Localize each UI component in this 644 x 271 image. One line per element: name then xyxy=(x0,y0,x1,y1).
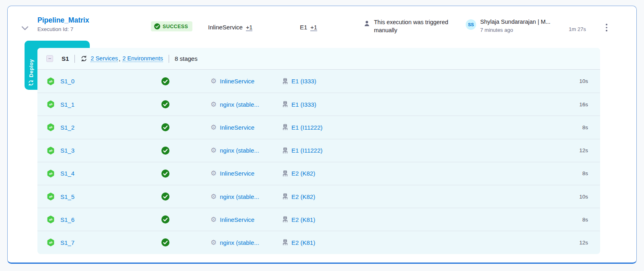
kebab-icon xyxy=(606,24,607,25)
environments-more-link[interactable]: +1 xyxy=(310,24,317,31)
stage-duration: 8s xyxy=(560,170,588,176)
matrix-stage-icon: ∞ xyxy=(46,123,55,132)
success-check-icon xyxy=(161,215,211,223)
matrix-stage-icon: ∞ xyxy=(46,215,55,224)
service-link[interactable]: nginx (stable... xyxy=(220,193,259,200)
stage-duration: 10s xyxy=(560,78,588,84)
stage-name-link[interactable]: S1_4 xyxy=(60,170,74,177)
service-link[interactable]: nginx (stable... xyxy=(220,147,259,154)
services-count-link[interactable]: 2 Services xyxy=(91,55,118,62)
service-gear-icon: ⚙ xyxy=(211,147,217,154)
environment-link[interactable]: E2 (K82) xyxy=(291,170,315,177)
environment-link[interactable]: E1 (I11222) xyxy=(291,124,322,131)
stage-name-cell: ∞ S1_3 xyxy=(46,146,161,155)
stage-status-cell xyxy=(161,147,211,155)
more-options-button[interactable] xyxy=(604,22,609,33)
environment-link[interactable]: E2 (K82) xyxy=(291,193,315,200)
stage-row[interactable]: ∞ S1_2 ⚙ InlineService xyxy=(37,116,600,139)
environment-cell: E1 (I333) xyxy=(282,78,560,85)
stage-name-link[interactable]: S1_7 xyxy=(60,239,74,246)
separator-comma: , xyxy=(119,55,120,62)
stage-name-link[interactable]: S1_6 xyxy=(60,216,74,223)
environment-link[interactable]: E1 (I333) xyxy=(291,101,316,108)
loop-strategy-icon xyxy=(28,80,34,86)
stage-row[interactable]: ∞ S1_5 ⚙ nginx (stable... xyxy=(37,185,600,208)
environment-cell: E2 (K81) xyxy=(282,239,560,246)
pipeline-title[interactable]: Pipeline_Matrix xyxy=(37,16,89,25)
trigger-text: This execution was triggered manually xyxy=(374,18,469,34)
service-cell: ⚙ InlineService xyxy=(211,78,282,85)
environment-cell: E2 (K81) xyxy=(282,216,560,223)
divider xyxy=(74,55,75,63)
execution-id: Execution Id: 7 xyxy=(37,26,89,32)
stage-status-cell xyxy=(161,77,211,85)
infrastructure-icon xyxy=(282,170,288,177)
service-link[interactable]: nginx (stable... xyxy=(220,101,259,108)
stage-name-link[interactable]: S1_2 xyxy=(60,124,74,131)
stage-status-cell xyxy=(161,215,211,223)
stage-name-link[interactable]: S1_5 xyxy=(60,193,74,200)
service-link[interactable]: InlineService xyxy=(220,78,254,85)
success-check-icon xyxy=(161,192,211,201)
stage-status-cell xyxy=(161,170,211,178)
collapse-matrix-button[interactable]: − xyxy=(46,55,53,62)
environment-link[interactable]: E1 (I333) xyxy=(291,78,316,85)
expand-collapse-chevron[interactable] xyxy=(21,25,30,32)
deploy-stage-tab-label: Deploy xyxy=(28,46,34,77)
stage-name-cell: ∞ S1_6 xyxy=(46,215,161,224)
matrix-stage-icon: ∞ xyxy=(46,77,55,86)
trigger-info: This execution was triggered manually xyxy=(363,18,469,34)
user-name: Shylaja Sundararajan | M... xyxy=(480,19,551,25)
environments-primary: E1 xyxy=(300,24,307,31)
stage-status-cell xyxy=(161,238,211,246)
stage-row[interactable]: ∞ S1_0 ⚙ InlineService xyxy=(37,70,600,93)
stage-row[interactable]: ∞ S1_1 ⚙ nginx (stable... xyxy=(37,93,600,116)
stage-duration: 16s xyxy=(560,101,588,108)
service-cell: ⚙ nginx (stable... xyxy=(211,193,282,200)
success-check-icon xyxy=(161,123,211,131)
stage-name-link[interactable]: S1_1 xyxy=(60,101,74,108)
deploy-stage-tab[interactable]: Deploy xyxy=(25,41,37,90)
environment-link[interactable]: E1 (I11222) xyxy=(291,147,322,154)
matrix-stage-icon: ∞ xyxy=(46,192,55,201)
title-block: Pipeline_Matrix Execution Id: 7 xyxy=(37,16,89,32)
service-cell: ⚙ nginx (stable... xyxy=(211,101,282,108)
environment-cell: E1 (I11222) xyxy=(282,147,560,154)
service-gear-icon: ⚙ xyxy=(211,170,217,177)
group-name: S1 xyxy=(62,55,69,62)
service-link[interactable]: InlineService xyxy=(220,170,254,177)
stage-status-cell xyxy=(161,192,211,201)
success-check-icon xyxy=(161,238,211,246)
stage-name-link[interactable]: S1_0 xyxy=(60,78,74,85)
environments-count-link[interactable]: 2 Environments xyxy=(122,55,163,62)
service-link[interactable]: InlineService xyxy=(220,216,254,223)
service-cell: ⚙ InlineService xyxy=(211,216,282,223)
stage-row[interactable]: ∞ S1_7 ⚙ nginx (stable... xyxy=(37,231,600,254)
success-check-icon xyxy=(161,147,211,155)
stages-count: 8 stages xyxy=(175,55,198,62)
trigger-time: 7 minutes ago xyxy=(480,27,551,33)
stage-name-cell: ∞ S1_1 xyxy=(46,100,161,109)
stage-name-link[interactable]: S1_3 xyxy=(60,147,74,154)
stage-duration: 12s xyxy=(560,147,588,153)
service-cell: ⚙ nginx (stable... xyxy=(211,147,282,154)
services-more-link[interactable]: +1 xyxy=(246,24,253,31)
environment-link[interactable]: E2 (K81) xyxy=(291,239,315,246)
services-summary: InlineService +1 xyxy=(208,24,252,31)
service-link[interactable]: nginx (stable... xyxy=(220,239,259,246)
person-icon xyxy=(363,20,370,34)
environment-link[interactable]: E2 (K81) xyxy=(291,216,315,223)
infrastructure-icon xyxy=(282,239,288,246)
stage-row[interactable]: ∞ S1_4 ⚙ InlineService xyxy=(37,162,600,185)
matrix-group-header: − S1 2 Services , 2 Environments 8 stage… xyxy=(37,48,600,70)
service-link[interactable]: InlineService xyxy=(220,124,254,131)
stage-row[interactable]: ∞ S1_3 ⚙ nginx (stable... xyxy=(37,139,600,162)
stage-row[interactable]: ∞ S1_6 ⚙ InlineService xyxy=(37,208,600,231)
stage-name-cell: ∞ S1_4 xyxy=(46,169,161,178)
avatar: SS xyxy=(466,19,476,30)
environment-cell: E2 (K82) xyxy=(282,170,560,177)
infrastructure-icon xyxy=(282,124,288,130)
infrastructure-icon xyxy=(282,216,288,223)
success-check-icon xyxy=(161,77,211,85)
execution-card: Pipeline_Matrix Execution Id: 7 SUCCESS … xyxy=(7,6,637,264)
